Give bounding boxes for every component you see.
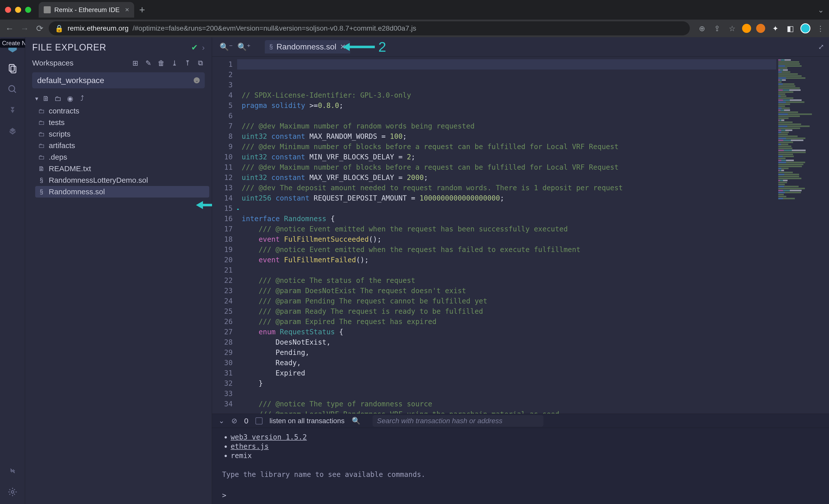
workspace-name: default_workspace [37,76,104,85]
workspace-upload-icon[interactable]: ⤒ [183,59,192,67]
editor-tab[interactable]: § Randomness.sol ✕ [265,40,350,53]
svg-line-3 [14,90,16,92]
listen-checkbox[interactable] [255,417,262,424]
terminal-clear-icon[interactable]: ⊘ [231,417,237,425]
back-button[interactable]: ← [3,22,15,34]
folder-item[interactable]: 🗀tests [35,117,209,128]
extension-metamask-icon[interactable] [756,24,765,33]
file-label: Randomness.sol [49,188,105,196]
terminal-search-input[interactable]: Search with transaction hash or address [372,415,543,427]
file-explorer-icon[interactable] [5,61,20,75]
folder-item[interactable]: 🗀scripts [35,128,209,140]
panel-icon[interactable]: ◧ [785,23,795,33]
forward-button[interactable]: → [19,22,31,34]
file-label: tests [49,118,65,127]
close-window-button[interactable] [5,7,11,13]
remix-favicon [44,6,51,13]
solidity-file-icon: § [269,43,273,51]
url-path: /#optimize=false&runs=200&evmVersion=nul… [133,24,416,32]
panel-title: FILE EXPLORER [32,42,187,53]
code-content[interactable]: // SPDX-License-Identifier: GPL-3.0-only… [237,57,776,414]
deploy-run-icon[interactable] [5,124,20,139]
terminal-lib-item: remix [230,451,819,460]
close-tab-icon[interactable]: × [125,6,129,14]
editor-toolbar: 🔍⁻ 🔍⁺ § Randomness.sol ✕ ⤢ [212,37,829,57]
settings-icon[interactable] [5,485,20,499]
tree-collapse-chevron-icon[interactable]: ▾ [35,95,38,102]
listen-label: listen on all transactions [269,417,345,425]
new-folder-icon[interactable]: 🗀 [54,94,62,103]
workspace-rename-icon[interactable]: ✎ [144,59,152,67]
solidity-compiler-icon[interactable] [5,104,20,117]
folder-item[interactable]: 🗀artifacts [35,140,209,151]
extension-orange-icon[interactable] [742,24,751,33]
workspaces-row: Workspaces ⊞ ✎ 🗑 ⤓ ⤒ ⧉ [25,55,212,71]
annotation-arrow-2: 2 [343,39,386,55]
terminal-prompt: > [222,491,819,500]
file-label: scripts [49,130,71,138]
file-label: .deps [49,153,67,161]
file-explorer-panel: FILE EXPLORER ✔ › Workspaces ⊞ ✎ 🗑 ⤓ ⤒ ⧉… [25,37,212,504]
search-icon[interactable] [5,82,20,96]
folder-item[interactable]: 🗀.deps [35,151,209,163]
workspaces-label: Workspaces [32,59,127,67]
terminal-panel: ⌄ ⊘ 0 listen on all transactions 🔍 Searc… [212,414,829,504]
kebab-menu-icon[interactable]: ⋮ [816,23,826,33]
folder-icon: 🗀 [38,130,45,138]
terminal-search-icon[interactable]: 🔍 [352,417,360,425]
folder-icon: 🗀 [38,153,45,161]
terminal-output[interactable]: web3 version 1.5.2ethers.jsremix Type th… [212,428,829,504]
file-label: artifacts [49,141,75,150]
folder-item[interactable]: 🗀contracts [35,105,209,117]
minimap[interactable] [776,57,829,414]
workspace-add-icon[interactable]: ⊞ [131,59,139,67]
workspace-clone-icon[interactable]: ⧉ [196,59,205,67]
solidity-file-icon: § [38,177,45,184]
minimize-window-button[interactable] [15,7,21,13]
zoom-icon[interactable]: ⊕ [697,23,707,33]
tab-overflow-chevron-icon[interactable]: ⌄ [818,5,824,14]
browser-tab[interactable]: Remix - Ethereum IDE × [39,2,134,17]
terminal-collapse-icon[interactable]: ⌄ [219,417,224,425]
solidity-file-icon: § [38,188,45,196]
zoom-in-icon[interactable]: 🔍⁺ [238,42,251,51]
file-label: RandomnessLotteryDemo.sol [49,176,148,185]
reload-button[interactable]: ⟳ [34,22,46,34]
workspace-selector[interactable]: default_workspace ⌄ [32,72,205,88]
file-item[interactable]: 🗎README.txt [35,163,209,175]
workspace-download-icon[interactable]: ⤓ [170,59,179,67]
workspace-selector-chevron-icon: ⌄ [194,77,200,83]
new-tab-button[interactable]: + [139,4,145,15]
file-tree-toolbar: ▾ 🗎 🗀 ◉ ⤴ [35,93,209,105]
workspace-delete-icon[interactable]: 🗑 [157,59,166,67]
folder-icon: 🗀 [38,142,45,150]
file-item[interactable]: §Randomness.sol [35,186,209,198]
compile-ok-icon[interactable]: ✔ [191,43,198,52]
address-bar[interactable]: 🔒 remix.ethereum.org/#optimize=false&run… [49,21,690,35]
share-icon[interactable]: ⇪ [712,23,722,33]
line-gutter: 1234567891011121314151617181920212223242… [212,57,237,414]
terminal-lib-item: web3 version 1.5.2 [230,432,819,442]
file-label: contracts [49,107,79,115]
github-icon[interactable]: ◉ [66,94,74,103]
pending-tx-count: 0 [244,417,248,425]
new-file-icon[interactable]: 🗎 [42,94,50,103]
browser-toolbar: ← → ⟳ 🔒 remix.ethereum.org/#optimize=fal… [0,20,829,37]
profile-avatar[interactable] [800,23,810,33]
gist-upload-icon[interactable]: ⤴ [78,94,86,103]
expand-editor-icon[interactable]: ⤢ [818,43,824,51]
plugin-manager-icon[interactable] [5,464,20,478]
bookmark-icon[interactable]: ☆ [727,23,737,33]
panel-chevron-icon[interactable]: › [202,43,205,52]
terminal-toolbar: ⌄ ⊘ 0 listen on all transactions 🔍 Searc… [212,414,829,428]
svg-point-4 [11,491,14,493]
svg-rect-1 [11,66,16,73]
zoom-out-icon[interactable]: 🔍⁻ [220,42,233,51]
code-editor[interactable]: 1234567891011121314151617181920212223242… [212,57,829,414]
editor-tab-title: Randomness.sol [276,42,336,51]
extensions-icon[interactable]: ✦ [770,23,780,33]
file-item[interactable]: §RandomnessLotteryDemo.sol [35,175,209,186]
url-domain: remix.ethereum.org [68,24,129,32]
annotation-number-2: 2 [378,39,386,55]
maximize-window-button[interactable] [25,7,31,13]
